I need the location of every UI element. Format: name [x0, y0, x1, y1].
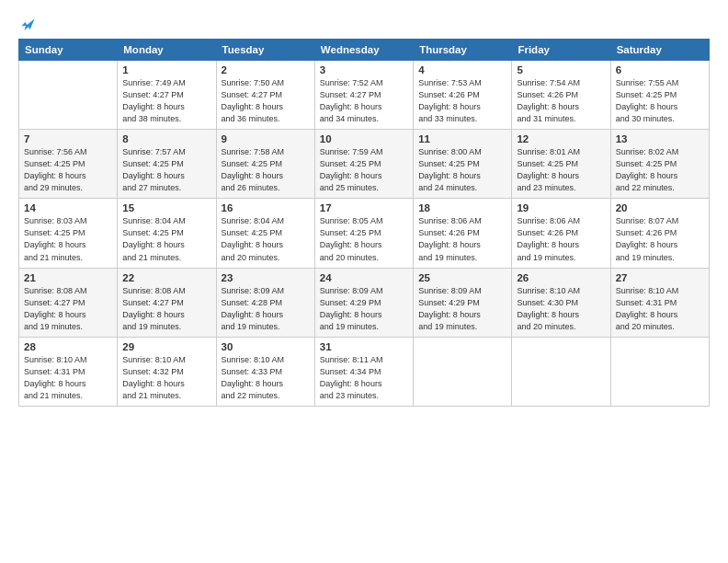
day-info: Sunrise: 7:49 AM Sunset: 4:27 PM Dayligh…	[122, 77, 210, 125]
calendar-cell: 8Sunrise: 7:57 AM Sunset: 4:25 PM Daylig…	[118, 130, 216, 199]
calendar-cell: 9Sunrise: 7:58 AM Sunset: 4:25 PM Daylig…	[216, 130, 314, 199]
calendar-day-header: Tuesday	[216, 40, 314, 61]
calendar-cell: 17Sunrise: 8:05 AM Sunset: 4:25 PM Dayli…	[314, 199, 413, 268]
calendar-cell: 11Sunrise: 8:00 AM Sunset: 4:25 PM Dayli…	[414, 130, 512, 199]
calendar-cell	[414, 337, 512, 406]
day-info: Sunrise: 8:04 AM Sunset: 4:25 PM Dayligh…	[222, 215, 310, 263]
day-info: Sunrise: 8:10 AM Sunset: 4:31 PM Dayligh…	[616, 285, 704, 333]
calendar-cell: 3Sunrise: 7:52 AM Sunset: 4:27 PM Daylig…	[314, 61, 413, 130]
calendar-cell: 18Sunrise: 8:06 AM Sunset: 4:26 PM Dayli…	[414, 199, 512, 268]
day-info: Sunrise: 8:01 AM Sunset: 4:25 PM Dayligh…	[517, 146, 605, 194]
calendar-cell: 27Sunrise: 8:10 AM Sunset: 4:31 PM Dayli…	[610, 268, 709, 337]
day-info: Sunrise: 7:50 AM Sunset: 4:27 PM Dayligh…	[222, 77, 310, 125]
day-number: 31	[320, 341, 408, 352]
day-info: Sunrise: 8:09 AM Sunset: 4:28 PM Dayligh…	[222, 285, 310, 333]
calendar-week-row: 14Sunrise: 8:03 AM Sunset: 4:25 PM Dayli…	[19, 199, 710, 268]
day-info: Sunrise: 7:53 AM Sunset: 4:26 PM Dayligh…	[418, 77, 506, 125]
calendar-cell: 15Sunrise: 8:04 AM Sunset: 4:25 PM Dayli…	[118, 199, 216, 268]
calendar-day-header: Sunday	[19, 40, 118, 61]
day-number: 21	[24, 272, 112, 283]
day-info: Sunrise: 8:06 AM Sunset: 4:26 PM Dayligh…	[517, 215, 605, 263]
day-info: Sunrise: 8:03 AM Sunset: 4:25 PM Dayligh…	[24, 215, 112, 263]
day-number: 26	[517, 272, 605, 283]
day-number: 22	[122, 272, 210, 283]
day-info: Sunrise: 8:10 AM Sunset: 4:32 PM Dayligh…	[122, 354, 210, 402]
calendar-cell: 21Sunrise: 8:08 AM Sunset: 4:27 PM Dayli…	[19, 268, 118, 337]
day-number: 1	[122, 64, 210, 75]
day-number: 14	[24, 202, 112, 213]
day-number: 18	[418, 202, 506, 213]
day-number: 8	[122, 133, 210, 144]
day-number: 15	[122, 202, 210, 213]
day-info: Sunrise: 7:52 AM Sunset: 4:27 PM Dayligh…	[320, 77, 408, 125]
calendar-week-row: 1Sunrise: 7:49 AM Sunset: 4:27 PM Daylig…	[19, 61, 710, 130]
calendar-day-header: Friday	[512, 40, 610, 61]
day-number: 19	[517, 202, 605, 213]
calendar-cell: 28Sunrise: 8:10 AM Sunset: 4:31 PM Dayli…	[19, 337, 118, 406]
day-info: Sunrise: 8:07 AM Sunset: 4:26 PM Dayligh…	[616, 215, 704, 263]
calendar-cell: 7Sunrise: 7:56 AM Sunset: 4:25 PM Daylig…	[19, 130, 118, 199]
day-number: 23	[222, 272, 310, 283]
day-info: Sunrise: 8:00 AM Sunset: 4:25 PM Dayligh…	[418, 146, 506, 194]
day-info: Sunrise: 8:05 AM Sunset: 4:25 PM Dayligh…	[320, 215, 408, 263]
day-number: 12	[517, 133, 605, 144]
calendar-cell: 14Sunrise: 8:03 AM Sunset: 4:25 PM Dayli…	[19, 199, 118, 268]
calendar-day-header: Wednesday	[314, 40, 413, 61]
calendar-cell: 5Sunrise: 7:54 AM Sunset: 4:26 PM Daylig…	[512, 61, 610, 130]
day-info: Sunrise: 8:09 AM Sunset: 4:29 PM Dayligh…	[320, 285, 408, 333]
calendar-cell: 12Sunrise: 8:01 AM Sunset: 4:25 PM Dayli…	[512, 130, 610, 199]
day-number: 25	[418, 272, 506, 283]
day-info: Sunrise: 8:08 AM Sunset: 4:27 PM Dayligh…	[122, 285, 210, 333]
calendar-header-row: SundayMondayTuesdayWednesdayThursdayFrid…	[19, 40, 710, 61]
calendar-cell: 4Sunrise: 7:53 AM Sunset: 4:26 PM Daylig…	[414, 61, 512, 130]
day-number: 29	[122, 341, 210, 352]
day-number: 10	[320, 133, 408, 144]
calendar-week-row: 21Sunrise: 8:08 AM Sunset: 4:27 PM Dayli…	[19, 268, 710, 337]
calendar-cell: 20Sunrise: 8:07 AM Sunset: 4:26 PM Dayli…	[610, 199, 709, 268]
calendar-cell: 2Sunrise: 7:50 AM Sunset: 4:27 PM Daylig…	[216, 61, 314, 130]
logo-bird-icon	[20, 17, 37, 33]
day-info: Sunrise: 8:11 AM Sunset: 4:34 PM Dayligh…	[320, 354, 408, 402]
calendar-cell: 31Sunrise: 8:11 AM Sunset: 4:34 PM Dayli…	[314, 337, 413, 406]
calendar: SundayMondayTuesdayWednesdayThursdayFrid…	[18, 39, 710, 407]
day-info: Sunrise: 8:08 AM Sunset: 4:27 PM Dayligh…	[24, 285, 112, 333]
day-number: 5	[517, 64, 605, 75]
day-info: Sunrise: 7:57 AM Sunset: 4:25 PM Dayligh…	[122, 146, 210, 194]
day-info: Sunrise: 7:56 AM Sunset: 4:25 PM Dayligh…	[24, 146, 112, 194]
calendar-day-header: Saturday	[610, 40, 709, 61]
day-info: Sunrise: 8:09 AM Sunset: 4:29 PM Dayligh…	[418, 285, 506, 333]
day-number: 6	[616, 64, 704, 75]
calendar-day-header: Thursday	[414, 40, 512, 61]
day-number: 9	[222, 133, 310, 144]
day-number: 7	[24, 133, 112, 144]
calendar-cell: 1Sunrise: 7:49 AM Sunset: 4:27 PM Daylig…	[118, 61, 216, 130]
calendar-cell: 26Sunrise: 8:10 AM Sunset: 4:30 PM Dayli…	[512, 268, 610, 337]
day-number: 16	[222, 202, 310, 213]
calendar-cell: 25Sunrise: 8:09 AM Sunset: 4:29 PM Dayli…	[414, 268, 512, 337]
day-number: 3	[320, 64, 408, 75]
calendar-cell: 24Sunrise: 8:09 AM Sunset: 4:29 PM Dayli…	[314, 268, 413, 337]
calendar-cell: 29Sunrise: 8:10 AM Sunset: 4:32 PM Dayli…	[118, 337, 216, 406]
calendar-cell: 10Sunrise: 7:59 AM Sunset: 4:25 PM Dayli…	[314, 130, 413, 199]
day-info: Sunrise: 8:04 AM Sunset: 4:25 PM Dayligh…	[122, 215, 210, 263]
day-number: 4	[418, 64, 506, 75]
calendar-day-header: Monday	[118, 40, 216, 61]
day-number: 11	[418, 133, 506, 144]
day-info: Sunrise: 7:55 AM Sunset: 4:25 PM Dayligh…	[616, 77, 704, 125]
calendar-cell	[19, 61, 118, 130]
header	[18, 17, 710, 29]
day-info: Sunrise: 8:10 AM Sunset: 4:30 PM Dayligh…	[517, 285, 605, 333]
day-number: 28	[24, 341, 112, 352]
day-info: Sunrise: 7:59 AM Sunset: 4:25 PM Dayligh…	[320, 146, 408, 194]
day-number: 17	[320, 202, 408, 213]
calendar-cell: 23Sunrise: 8:09 AM Sunset: 4:28 PM Dayli…	[216, 268, 314, 337]
day-info: Sunrise: 8:10 AM Sunset: 4:31 PM Dayligh…	[24, 354, 112, 402]
day-info: Sunrise: 8:02 AM Sunset: 4:25 PM Dayligh…	[616, 146, 704, 194]
day-number: 2	[222, 64, 310, 75]
calendar-cell: 22Sunrise: 8:08 AM Sunset: 4:27 PM Dayli…	[118, 268, 216, 337]
calendar-cell	[512, 337, 610, 406]
day-info: Sunrise: 8:10 AM Sunset: 4:33 PM Dayligh…	[222, 354, 310, 402]
day-number: 24	[320, 272, 408, 283]
calendar-cell: 19Sunrise: 8:06 AM Sunset: 4:26 PM Dayli…	[512, 199, 610, 268]
logo	[18, 17, 37, 29]
